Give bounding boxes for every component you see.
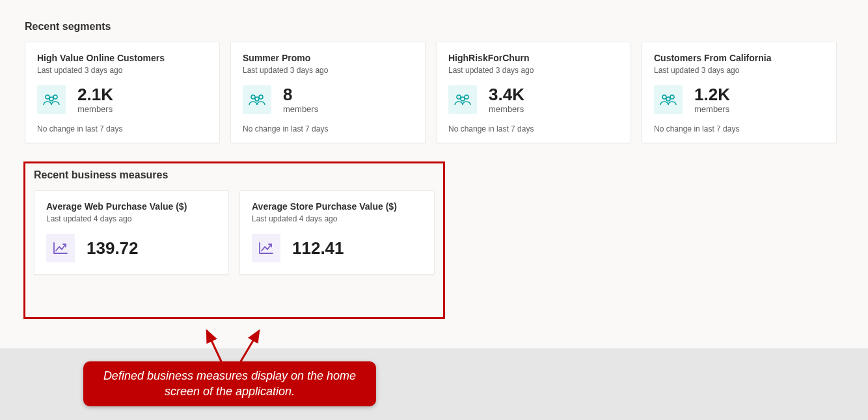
segment-metric-value: 3.4K [489,85,524,104]
segment-card[interactable]: High Value Online Customers Last updated… [25,42,220,143]
measure-card-title: Average Store Purchase Value ($) [252,201,422,212]
svg-point-4 [259,95,263,99]
measure-card-subtitle: Last updated 4 days ago [252,214,422,223]
svg-point-0 [46,95,49,99]
segments-cards-row: High Value Online Customers Last updated… [25,42,843,143]
svg-point-3 [251,95,255,99]
segment-card[interactable]: Customers From California Last updated 3… [642,42,837,143]
members-icon [37,85,66,114]
svg-point-5 [255,97,259,101]
segment-card-footer: No change in last 7 days [654,124,824,133]
svg-point-2 [49,97,53,101]
chart-trend-icon [46,234,75,262]
svg-point-9 [662,95,666,99]
annotation-callout: Defined business measures display on the… [83,361,376,406]
segment-card[interactable]: HighRiskForChurn Last updated 3 days ago… [436,42,631,143]
svg-point-8 [461,97,465,101]
segment-metric-label: members [283,104,318,114]
segment-card-footer: No change in last 7 days [37,124,208,133]
measure-card[interactable]: Average Store Purchase Value ($) Last up… [239,190,435,275]
svg-point-10 [670,95,674,99]
measure-metric-value: 139.72 [87,239,139,258]
segment-card-title: Customers From California [654,53,824,63]
measure-card[interactable]: Average Web Purchase Value ($) Last upda… [34,190,229,275]
measure-card-title: Average Web Purchase Value ($) [46,201,217,212]
measure-card-subtitle: Last updated 4 days ago [46,214,217,223]
segment-metric-value: 8 [283,85,318,104]
svg-point-11 [666,97,670,101]
members-icon [448,85,477,114]
measure-metric-value: 112.41 [292,239,344,258]
segment-card-subtitle: Last updated 3 days ago [37,66,208,75]
segment-metric-value: 2.1K [77,85,113,104]
segment-card-subtitle: Last updated 3 days ago [448,66,619,75]
segment-metric-label: members [77,104,113,114]
measures-cards-row: Average Web Purchase Value ($) Last upda… [34,190,834,275]
segment-card[interactable]: Summer Promo Last updated 3 days ago 8 m… [230,42,426,143]
segment-card-footer: No change in last 7 days [448,124,619,133]
members-icon [654,85,683,114]
svg-point-1 [53,95,57,99]
segment-card-title: HighRiskForChurn [448,53,619,63]
svg-point-7 [465,95,468,99]
segment-card-subtitle: Last updated 3 days ago [654,66,824,75]
segment-card-title: Summer Promo [243,53,413,63]
members-icon [243,85,271,114]
segments-section-title: Recent segments [25,21,843,33]
segment-metric-value: 1.2K [694,85,730,104]
segment-metric-label: members [694,104,730,114]
segment-card-title: High Value Online Customers [37,53,208,63]
segment-card-subtitle: Last updated 3 days ago [243,66,413,75]
segment-metric-label: members [489,104,524,114]
segment-card-footer: No change in last 7 days [243,124,413,133]
svg-point-6 [457,95,461,99]
measures-section-title: Recent business measures [34,169,834,181]
chart-trend-icon [252,234,280,262]
